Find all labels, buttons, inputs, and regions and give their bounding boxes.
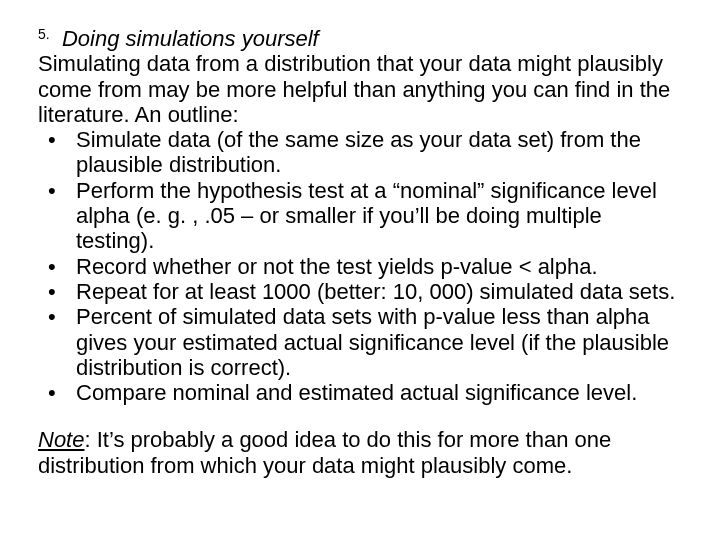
list-item: • Percent of simulated data sets with p-… [38,304,682,380]
list-item: • Repeat for at least 1000 (better: 10, … [38,279,682,304]
list-item: • Perform the hypothesis test at a “nomi… [38,178,682,254]
list-item-text: Perform the hypothesis test at a “nomina… [76,178,657,254]
list-item-text: Repeat for at least 1000 (better: 10, 00… [76,279,675,304]
bullet-icon: • [48,304,56,329]
bullet-list: • Simulate data (of the same size as you… [38,127,682,405]
bullet-icon: • [48,380,56,405]
bullet-icon: • [48,127,56,152]
list-item: • Compare nominal and estimated actual s… [38,380,682,405]
note-text: : It’s probably a good idea to do this f… [38,427,611,477]
heading-line: 5. Doing simulations yourself [38,26,682,51]
bullet-icon: • [48,254,56,279]
slide: 5. Doing simulations yourself Simulating… [0,0,720,478]
list-item-text: Record whether or not the test yields p-… [76,254,598,279]
list-item: • Simulate data (of the same size as you… [38,127,682,178]
bullet-icon: • [48,279,56,304]
bullet-icon: • [48,178,56,203]
list-item-text: Simulate data (of the same size as your … [76,127,641,177]
intro-paragraph: Simulating data from a distribution that… [38,51,682,127]
heading-title: Doing simulations yourself [62,26,319,51]
heading-number: 5. [38,26,50,42]
note-label: Note [38,427,84,452]
list-item: • Record whether or not the test yields … [38,254,682,279]
list-item-text: Percent of simulated data sets with p-va… [76,304,669,380]
note-paragraph: Note: It’s probably a good idea to do th… [38,427,682,478]
list-item-text: Compare nominal and estimated actual sig… [76,380,637,405]
